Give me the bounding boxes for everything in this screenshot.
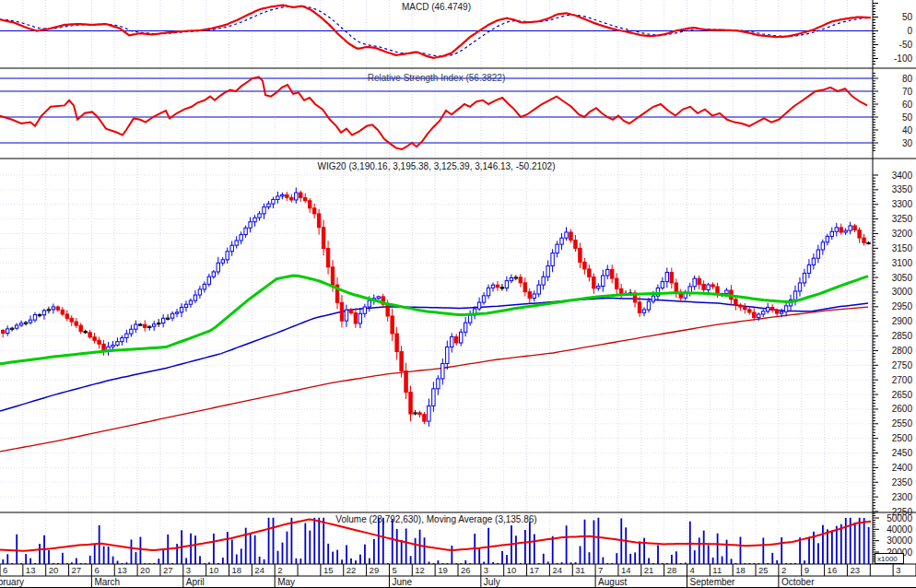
svg-text:2500: 2500 bbox=[892, 433, 913, 443]
svg-text:4: 4 bbox=[690, 565, 695, 575]
svg-text:27: 27 bbox=[163, 565, 173, 575]
svg-text:3400: 3400 bbox=[892, 171, 913, 181]
svg-text:29: 29 bbox=[370, 565, 380, 575]
svg-text:10: 10 bbox=[209, 565, 219, 575]
svg-text:2750: 2750 bbox=[892, 360, 913, 370]
svg-text:31: 31 bbox=[575, 565, 585, 575]
svg-text:15: 15 bbox=[323, 565, 334, 575]
chart-window: 500-50-100807060504030340033503300325032… bbox=[0, 0, 916, 588]
svg-text:2: 2 bbox=[781, 565, 786, 575]
svg-text:3: 3 bbox=[186, 565, 191, 575]
svg-text:21: 21 bbox=[644, 565, 654, 575]
svg-text:3: 3 bbox=[484, 565, 488, 575]
svg-text:23: 23 bbox=[850, 565, 860, 575]
svg-text:3150: 3150 bbox=[892, 243, 913, 253]
svg-text:20: 20 bbox=[140, 565, 150, 575]
svg-text:6: 6 bbox=[94, 565, 99, 575]
svg-text:80: 80 bbox=[902, 74, 913, 84]
svg-text:March: March bbox=[94, 577, 120, 587]
svg-text:12: 12 bbox=[415, 565, 425, 575]
svg-text:50: 50 bbox=[902, 112, 913, 123]
svg-text:27: 27 bbox=[72, 565, 82, 575]
svg-text:24: 24 bbox=[254, 565, 264, 575]
svg-text:26: 26 bbox=[461, 565, 471, 575]
svg-text:0: 0 bbox=[907, 26, 912, 36]
svg-text:2300: 2300 bbox=[892, 492, 913, 502]
svg-text:13: 13 bbox=[117, 565, 127, 575]
svg-text:February: February bbox=[0, 577, 24, 587]
volume-unit-box: x1000 bbox=[875, 554, 904, 564]
svg-text:16: 16 bbox=[828, 565, 838, 575]
svg-text:May: May bbox=[277, 577, 295, 587]
svg-text:70: 70 bbox=[902, 87, 913, 97]
svg-text:-100: -100 bbox=[894, 53, 912, 64]
svg-text:2700: 2700 bbox=[892, 375, 913, 385]
svg-text:7: 7 bbox=[598, 565, 603, 575]
svg-text:40: 40 bbox=[902, 125, 913, 135]
svg-text:5: 5 bbox=[392, 565, 396, 575]
svg-text:18: 18 bbox=[232, 565, 242, 575]
svg-text:11: 11 bbox=[712, 565, 722, 575]
svg-text:2800: 2800 bbox=[892, 346, 913, 356]
svg-text:30000: 30000 bbox=[887, 535, 912, 546]
svg-text:25: 25 bbox=[758, 565, 769, 575]
svg-text:3050: 3050 bbox=[892, 273, 913, 283]
svg-text:14: 14 bbox=[621, 565, 631, 575]
svg-text:-50: -50 bbox=[899, 40, 913, 50]
svg-text:3000: 3000 bbox=[892, 287, 913, 297]
svg-text:3100: 3100 bbox=[892, 258, 913, 268]
svg-text:30: 30 bbox=[902, 138, 913, 148]
svg-text:17: 17 bbox=[530, 565, 540, 575]
svg-text:3200: 3200 bbox=[892, 229, 913, 239]
svg-text:9: 9 bbox=[804, 565, 809, 575]
svg-text:3350: 3350 bbox=[892, 184, 913, 194]
svg-text:50: 50 bbox=[902, 12, 913, 22]
svg-text:x1000: x1000 bbox=[877, 555, 898, 563]
svg-text:50000: 50000 bbox=[887, 513, 912, 523]
svg-text:40000: 40000 bbox=[887, 524, 912, 535]
svg-text:6: 6 bbox=[3, 565, 7, 575]
svg-text:2: 2 bbox=[277, 565, 282, 575]
svg-text:20: 20 bbox=[49, 565, 59, 575]
svg-text:July: July bbox=[484, 577, 500, 587]
svg-text:28: 28 bbox=[667, 565, 677, 575]
svg-text:2850: 2850 bbox=[892, 331, 913, 341]
svg-text:2900: 2900 bbox=[892, 316, 913, 326]
svg-text:2650: 2650 bbox=[892, 390, 913, 400]
svg-text:22: 22 bbox=[346, 565, 357, 575]
svg-text:24: 24 bbox=[552, 565, 562, 575]
svg-text:13: 13 bbox=[26, 565, 36, 575]
svg-text:2550: 2550 bbox=[892, 418, 913, 429]
svg-text:3250: 3250 bbox=[892, 214, 913, 224]
svg-text:2400: 2400 bbox=[892, 463, 913, 473]
svg-text:September: September bbox=[690, 577, 736, 587]
svg-text:June: June bbox=[392, 577, 412, 587]
svg-text:3300: 3300 bbox=[892, 199, 913, 209]
svg-text:60: 60 bbox=[902, 100, 913, 110]
svg-text:October: October bbox=[781, 577, 815, 587]
svg-text:19: 19 bbox=[438, 565, 448, 575]
svg-text:April: April bbox=[186, 577, 205, 587]
svg-text:2350: 2350 bbox=[892, 477, 913, 488]
svg-text:10: 10 bbox=[507, 565, 517, 575]
svg-text:2950: 2950 bbox=[892, 301, 913, 312]
svg-text:3: 3 bbox=[896, 565, 900, 575]
svg-text:2450: 2450 bbox=[892, 448, 913, 458]
chart-canvas[interactable]: 500-50-100807060504030340033503300325032… bbox=[0, 0, 916, 588]
svg-text:18: 18 bbox=[735, 565, 746, 575]
svg-text:August: August bbox=[598, 577, 627, 587]
svg-text:2600: 2600 bbox=[892, 404, 913, 414]
